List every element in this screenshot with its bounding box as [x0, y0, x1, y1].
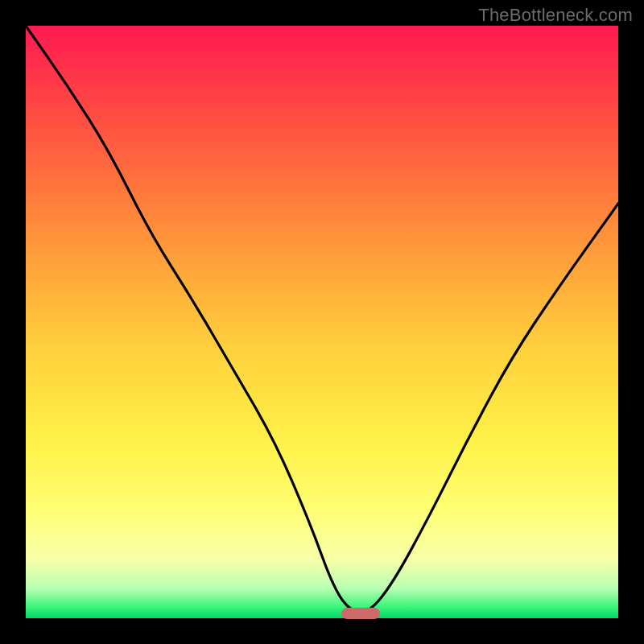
chart-frame: TheBottleneck.com: [0, 0, 644, 644]
optimum-marker: [341, 608, 380, 619]
bottleneck-curve: [26, 26, 618, 618]
watermark-text: TheBottleneck.com: [478, 5, 633, 26]
plot-area: [26, 26, 618, 618]
curve-path: [26, 26, 618, 613]
